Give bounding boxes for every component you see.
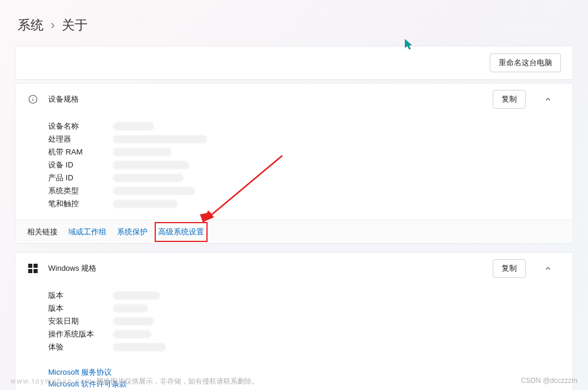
spec-row: 笔和触控 [48, 197, 573, 210]
redacted-value [113, 122, 154, 130]
spec-row: 版本 [48, 289, 573, 302]
spec-row: 操作系统版本 [48, 328, 573, 341]
redacted-value [113, 330, 151, 338]
device-specs-card: 设备规格 复制 设备名称 处理器 机带 RAM 设备 ID 产品 ID 系统类型… [15, 83, 573, 244]
spec-row: 系统类型 [48, 184, 573, 197]
windows-spec-list: 版本 版本 安装日期 操作系统版本 体验 [15, 284, 573, 363]
breadcrumb-separator: › [51, 18, 55, 33]
redacted-value [113, 317, 154, 325]
spec-row: 体验 [48, 341, 573, 354]
spec-row: 机带 RAM [48, 146, 573, 159]
spec-row: 安装日期 [48, 315, 573, 328]
spec-row: 设备 ID [48, 159, 573, 172]
redacted-value [113, 174, 183, 182]
device-name-card: 重命名这台电脑 [15, 46, 573, 80]
svg-point-2 [32, 97, 33, 98]
device-specs-header[interactable]: 设备规格 复制 [15, 83, 573, 115]
spec-row: 处理器 [48, 133, 573, 146]
copy-windows-button[interactable]: 复制 [493, 259, 526, 278]
redacted-value [113, 343, 166, 351]
info-icon [27, 93, 39, 105]
breadcrumb-parent[interactable]: 系统 [18, 16, 44, 34]
windows-specs-header[interactable]: Windows 规格 复制 [15, 253, 573, 284]
windows-icon [27, 263, 39, 274]
redacted-value [113, 200, 178, 208]
redacted-value [113, 304, 148, 312]
spec-row: 设备名称 [48, 120, 573, 133]
link-system-protection[interactable]: 系统保护 [117, 227, 148, 237]
redacted-value [113, 161, 189, 169]
breadcrumb-current: 关于 [62, 16, 88, 34]
windows-specs-title: Windows 规格 [48, 263, 483, 274]
breadcrumb: 系统 › 关于 [0, 0, 588, 46]
footer-disclaimer: 网络图片仅供展示，非存储，如有侵权请联系删除。 [96, 377, 259, 385]
related-links-bar: 相关链接 域或工作组 系统保护 高级系统设置 [15, 220, 573, 243]
chevron-up-icon[interactable] [535, 90, 561, 109]
device-specs-title: 设备规格 [48, 94, 483, 105]
windows-specs-card: Windows 规格 复制 版本 版本 安装日期 操作系统版本 体验 Micro… [15, 252, 573, 390]
chevron-up-icon[interactable] [535, 259, 561, 278]
redacted-value [113, 148, 172, 156]
spec-row: 产品 ID [48, 172, 573, 184]
footer-credit: CSDN @dcczzzm [521, 376, 577, 386]
link-domain-workgroup[interactable]: 域或工作组 [68, 227, 106, 237]
spec-row: 版本 [48, 302, 573, 315]
copy-device-button[interactable]: 复制 [493, 90, 526, 109]
link-advanced-system-settings[interactable]: 高级系统设置 [158, 226, 204, 238]
footer-site: www.toymoban.com [11, 377, 92, 385]
redacted-value [113, 187, 195, 195]
redacted-value [113, 135, 207, 143]
related-label: 相关链接 [27, 227, 58, 237]
rename-pc-button[interactable]: 重命名这台电脑 [490, 53, 561, 72]
device-spec-list: 设备名称 处理器 机带 RAM 设备 ID 产品 ID 系统类型 笔和触控 [15, 115, 573, 220]
redacted-value [113, 291, 160, 300]
footer: www.toymoban.com 网络图片仅供展示，非存储，如有侵权请联系删除。… [11, 376, 577, 386]
